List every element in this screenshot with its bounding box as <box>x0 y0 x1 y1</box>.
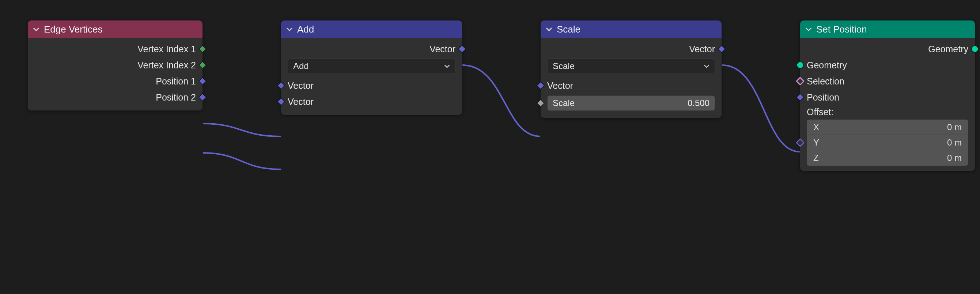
socket-integer-icon[interactable] <box>199 45 207 53</box>
chevron-down-icon <box>546 26 552 33</box>
socket-float-icon[interactable] <box>537 99 545 107</box>
socket-selection-icon[interactable] <box>796 77 804 85</box>
offset-label: Offset: <box>800 105 975 119</box>
node-add[interactable]: Add Vector Add Vector Vector <box>281 20 462 115</box>
input-geometry[interactable]: Geometry <box>800 57 975 73</box>
chevron-down-icon <box>33 26 40 33</box>
socket-vector-icon[interactable] <box>796 138 804 147</box>
offset-z[interactable]: Z 0 m <box>807 150 968 166</box>
offset-vector-field[interactable]: X 0 m Y 0 m Z 0 m <box>807 119 968 166</box>
output-geometry[interactable]: Geometry <box>800 41 975 57</box>
output-vertex-index-1[interactable]: Vertex Index 1 <box>28 41 202 57</box>
node-header[interactable]: Edge Vertices <box>28 21 202 38</box>
node-header[interactable]: Add <box>281 21 462 38</box>
node-title: Add <box>297 24 314 35</box>
socket-vector-icon[interactable] <box>718 45 725 53</box>
offset-y[interactable]: Y 0 m <box>807 135 968 150</box>
input-position[interactable]: Position <box>800 89 975 105</box>
chevron-down-icon <box>704 63 710 69</box>
socket-vector-icon[interactable] <box>199 77 207 85</box>
node-header[interactable]: Set Position <box>800 21 975 38</box>
output-position-1[interactable]: Position 1 <box>28 73 202 89</box>
node-scale[interactable]: Scale Vector Scale Vector Scale <box>540 20 722 118</box>
scale-value-field[interactable]: Scale 0.500 <box>547 95 715 111</box>
socket-vector-icon[interactable] <box>458 45 466 53</box>
svg-point-0 <box>972 46 978 52</box>
output-position-2[interactable]: Position 2 <box>28 89 202 105</box>
output-vector[interactable]: Vector <box>541 41 722 57</box>
socket-vector-icon[interactable] <box>277 81 285 90</box>
node-title: Scale <box>557 24 581 35</box>
output-vector[interactable]: Vector <box>281 41 462 57</box>
socket-integer-icon[interactable] <box>199 61 207 69</box>
input-vector-a[interactable]: Vector <box>281 78 462 94</box>
socket-vector-icon[interactable] <box>277 98 285 106</box>
operation-dropdown[interactable]: Scale <box>547 59 715 74</box>
input-scale[interactable]: Scale 0.500 <box>541 94 722 113</box>
chevron-down-icon <box>805 26 812 33</box>
input-selection[interactable]: Selection <box>800 73 975 89</box>
node-title: Edge Vertices <box>44 24 102 35</box>
operation-dropdown[interactable]: Add <box>288 59 455 74</box>
socket-geometry-icon[interactable] <box>796 61 804 69</box>
socket-geometry-icon[interactable] <box>971 45 979 53</box>
input-vector[interactable]: Vector <box>541 78 722 94</box>
output-vertex-index-2[interactable]: Vertex Index 2 <box>28 57 202 73</box>
svg-point-1 <box>797 62 803 68</box>
input-vector-b[interactable]: Vector <box>281 94 462 110</box>
node-header[interactable]: Scale <box>541 21 722 38</box>
socket-vector-icon[interactable] <box>199 93 207 101</box>
chevron-down-icon <box>444 63 450 69</box>
chevron-down-icon <box>286 26 293 33</box>
node-edge-vertices[interactable]: Edge Vertices Vertex Index 1 Vertex Inde… <box>27 20 203 111</box>
socket-vector-icon[interactable] <box>796 93 804 101</box>
offset-x[interactable]: X 0 m <box>807 119 968 135</box>
socket-vector-icon[interactable] <box>537 81 545 90</box>
node-set-position[interactable]: Set Position Geometry Geometry Selection… <box>800 20 975 171</box>
node-title: Set Position <box>816 24 867 35</box>
